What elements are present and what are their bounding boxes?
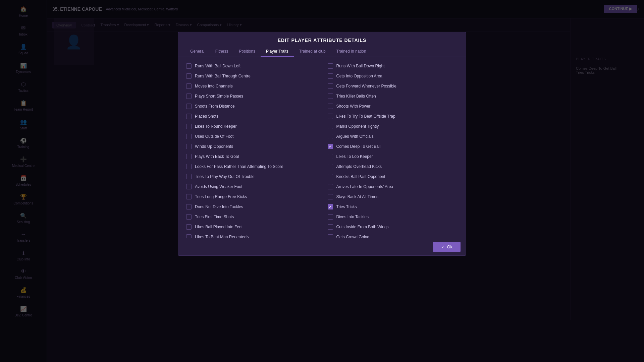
trait-checkbox-runs-ball-right[interactable] <box>328 63 333 69</box>
trait-row: Likes To Round Keeper <box>183 121 319 131</box>
trait-checkbox-first-time-shots[interactable] <box>186 214 192 220</box>
trait-checkbox-beat-man-repeatedly[interactable] <box>186 234 192 238</box>
right-traits-column: Runs With Ball Down RightGets Into Oppos… <box>325 61 461 238</box>
trait-label-cuts-inside-both: Cuts Inside From Both Wings <box>336 225 389 229</box>
trait-label-killer-balls: Tries Killer Balls Often <box>336 94 376 99</box>
trait-checkbox-runs-ball-left[interactable] <box>186 63 192 69</box>
trait-row: Arrives Late In Opponents' Area <box>325 182 461 192</box>
trait-label-round-keeper: Likes To Round Keeper <box>195 124 237 129</box>
trait-row: Attempts Overhead Kicks <box>325 162 461 172</box>
tab-general[interactable]: General <box>185 46 210 57</box>
trait-label-marks-tightly: Marks Opponent Tightly <box>336 124 379 129</box>
trait-label-stays-back: Stays Back At All Times <box>336 194 378 199</box>
trait-checkbox-avoids-weaker-foot[interactable] <box>186 184 192 189</box>
modal-body: Runs With Ball Down LeftRuns With Ball T… <box>178 57 466 238</box>
trait-checkbox-arrives-late[interactable] <box>328 184 333 189</box>
tab-trained-nation[interactable]: Trained in nation <box>331 46 372 57</box>
trait-label-tries-tricks: Tries Tricks <box>336 204 357 209</box>
tab-player-traits[interactable]: Player Traits <box>261 46 294 57</box>
trait-label-arrives-late: Arrives Late In Opponents' Area <box>336 184 393 189</box>
trait-label-back-to-goal: Plays With Back To Goal <box>195 154 239 159</box>
traits-scroll-container[interactable]: Runs With Ball Down LeftRuns With Ball T… <box>178 57 466 238</box>
tab-trained-club[interactable]: Trained at club <box>294 46 331 57</box>
trait-checkbox-play-out-trouble[interactable] <box>186 174 192 179</box>
trait-row: Does Not Dive Into Tackles <box>183 202 319 212</box>
trait-row: Likes To Try To Beat Offside Trap <box>325 111 461 121</box>
trait-row: Looks For Pass Rather Than Attempting To… <box>183 162 319 172</box>
trait-label-places-shots: Places Shots <box>195 114 218 119</box>
trait-row: Tries To Play Way Out Of Trouble <box>183 172 319 182</box>
trait-checkbox-runs-through-centre[interactable] <box>186 73 192 79</box>
trait-label-ball-into-feet: Likes Ball Played Into Feet <box>195 225 243 229</box>
trait-row: Cuts Inside From Both Wings <box>325 222 461 232</box>
trait-checkbox-argues-officials[interactable] <box>328 134 333 139</box>
trait-checkbox-gets-forward[interactable] <box>328 83 333 89</box>
tab-fitness[interactable]: Fitness <box>210 46 234 57</box>
trait-checkbox-moves-channels[interactable] <box>186 83 192 89</box>
trait-row: Places Shots <box>183 111 319 121</box>
trait-row: Avoids Using Weaker Foot <box>183 182 319 192</box>
trait-label-runs-ball-left: Runs With Ball Down Left <box>195 64 240 68</box>
trait-row: Marks Opponent Tightly <box>325 121 461 131</box>
trait-label-avoids-weaker-foot: Avoids Using Weaker Foot <box>195 184 243 189</box>
trait-label-runs-through-centre: Runs With Ball Through Centre <box>195 74 251 78</box>
trait-checkbox-comes-deep[interactable] <box>328 144 333 149</box>
trait-label-moves-channels: Moves Into Channels <box>195 84 233 88</box>
trait-label-overhead-kicks: Attempts Overhead Kicks <box>336 164 382 169</box>
trait-row: Shoots From Distance <box>183 101 319 111</box>
trait-row: Tries Long Range Free Kicks <box>183 192 319 202</box>
ok-checkmark-icon: ✓ <box>441 244 445 249</box>
trait-checkbox-lob-keeper[interactable] <box>328 154 333 159</box>
trait-row: Runs With Ball Down Right <box>325 61 461 71</box>
trait-checkbox-cuts-inside-both[interactable] <box>328 224 333 230</box>
trait-row: Likes Ball Played Into Feet <box>183 222 319 232</box>
modal-dialog: EDIT PLAYER ATTRIBUTE DETAILS General Fi… <box>178 32 466 256</box>
trait-checkbox-shoots-distance[interactable] <box>186 104 192 109</box>
trait-label-shoots-distance: Shoots From Distance <box>195 104 235 109</box>
trait-checkbox-long-range-freekicks[interactable] <box>186 194 192 199</box>
trait-label-argues-officials: Argues With Officials <box>336 134 374 139</box>
trait-checkbox-knocks-ball-past[interactable] <box>328 174 333 179</box>
trait-label-first-time-shots: Tries First Time Shots <box>195 215 234 219</box>
modal-footer: ✓ Ok <box>178 238 466 255</box>
modal-tabs: General Fitness Positions Player Traits … <box>178 46 466 57</box>
trait-label-gets-forward: Gets Forward Whenever Possible <box>336 84 396 88</box>
trait-row: Likes To Lob Keeper <box>325 152 461 162</box>
trait-row: Knocks Ball Past Opponent <box>325 172 461 182</box>
trait-label-shoots-power: Shoots With Power <box>336 104 371 109</box>
trait-row: Plays With Back To Goal <box>183 152 319 162</box>
trait-row: Gets Crowd Going <box>325 232 461 238</box>
trait-checkbox-outside-foot[interactable] <box>186 134 192 139</box>
trait-checkbox-shoots-power[interactable] <box>328 104 333 109</box>
trait-row: Dives Into Tackles <box>325 212 461 222</box>
trait-checkbox-back-to-goal[interactable] <box>186 154 192 159</box>
trait-row: Comes Deep To Get Ball <box>325 141 461 152</box>
ok-button[interactable]: ✓ Ok <box>433 242 461 252</box>
trait-row: Winds Up Opponents <box>183 141 319 152</box>
trait-label-runs-ball-right: Runs With Ball Down Right <box>336 64 385 68</box>
trait-checkbox-ball-into-feet[interactable] <box>186 224 192 230</box>
trait-checkbox-overhead-kicks[interactable] <box>328 164 333 169</box>
tab-positions[interactable]: Positions <box>233 46 261 57</box>
trait-label-dives-tackles: Dives Into Tackles <box>336 215 369 219</box>
trait-checkbox-beats-offside-trap[interactable] <box>328 114 333 119</box>
trait-checkbox-gets-crowd-going[interactable] <box>328 234 333 238</box>
trait-checkbox-gets-opposition-area[interactable] <box>328 73 333 79</box>
trait-checkbox-stays-back[interactable] <box>328 194 333 199</box>
trait-label-beats-offside-trap: Likes To Try To Beat Offside Trap <box>336 114 395 119</box>
trait-checkbox-no-dive-tackles[interactable] <box>186 204 192 209</box>
trait-checkbox-tries-tricks[interactable] <box>328 204 333 209</box>
trait-row: Shoots With Power <box>325 101 461 111</box>
trait-row: Stays Back At All Times <box>325 192 461 202</box>
trait-checkbox-killer-balls[interactable] <box>328 94 333 99</box>
trait-checkbox-short-simple-passes[interactable] <box>186 94 192 99</box>
trait-checkbox-dives-tackles[interactable] <box>328 214 333 220</box>
trait-checkbox-winds-up-opponents[interactable] <box>186 144 192 149</box>
trait-label-beat-man-repeatedly: Likes To Beat Man Repeatedly <box>195 235 250 238</box>
trait-checkbox-round-keeper[interactable] <box>186 124 192 129</box>
trait-label-lob-keeper: Likes To Lob Keeper <box>336 154 373 159</box>
ok-label: Ok <box>447 244 452 249</box>
trait-checkbox-looks-pass[interactable] <box>186 164 192 169</box>
trait-checkbox-marks-tightly[interactable] <box>328 124 333 129</box>
trait-checkbox-places-shots[interactable] <box>186 114 192 119</box>
